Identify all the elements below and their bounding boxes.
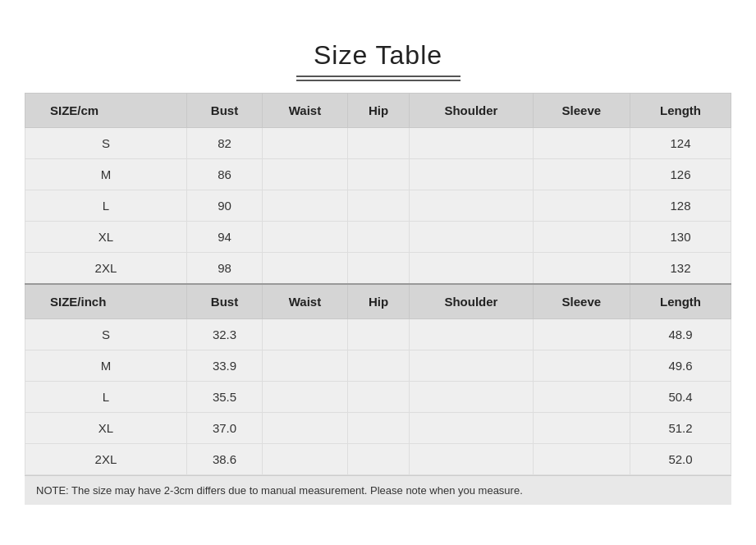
data-cell — [410, 413, 533, 444]
cm-col-length: Length — [630, 94, 731, 128]
cm-col-size: SIZE/cm — [25, 94, 187, 128]
size-cell: M — [25, 159, 187, 190]
title-section: Size Table — [25, 40, 731, 81]
underline-bar-2 — [296, 80, 460, 81]
data-cell — [263, 413, 348, 444]
data-cell — [410, 382, 533, 413]
data-cell: 128 — [630, 190, 731, 222]
data-cell: 52.0 — [630, 444, 731, 475]
data-cell — [533, 159, 630, 190]
data-cell — [533, 253, 630, 285]
inch-col-bust: Bust — [186, 284, 262, 319]
data-cell — [347, 159, 410, 190]
cm-col-sleeve: Sleeve — [533, 94, 630, 128]
data-cell — [347, 350, 410, 382]
data-cell: 38.6 — [186, 444, 262, 475]
data-cell — [347, 444, 410, 475]
size-cell: XL — [25, 413, 187, 444]
data-cell — [347, 253, 410, 285]
table-row: S82124 — [25, 128, 731, 159]
underline-bar-1 — [296, 76, 460, 77]
inch-header-row: SIZE/inch Bust Waist Hip Shoulder Sleeve… — [25, 284, 731, 319]
data-cell — [263, 444, 348, 475]
data-cell — [410, 253, 533, 285]
data-cell — [533, 190, 630, 222]
data-cell — [410, 159, 533, 190]
data-cell — [263, 253, 348, 285]
data-cell — [347, 413, 410, 444]
data-cell: 132 — [630, 253, 731, 285]
cm-table-body: S82124M86126L90128XL941302XL98132 — [25, 128, 731, 285]
data-cell — [533, 444, 630, 475]
data-cell — [263, 159, 348, 190]
data-cell — [533, 413, 630, 444]
data-cell: 82 — [186, 128, 262, 159]
data-cell — [410, 222, 533, 253]
data-cell — [410, 350, 533, 382]
data-cell — [533, 222, 630, 253]
size-cell: L — [25, 190, 187, 222]
table-row: M86126 — [25, 159, 731, 190]
inch-col-hip: Hip — [347, 284, 410, 319]
underline-decoration — [296, 76, 460, 81]
note-text: NOTE: The size may have 2-3cm differs du… — [36, 484, 523, 497]
table-row: L35.550.4 — [25, 382, 731, 413]
size-cell: M — [25, 350, 187, 382]
inch-col-sleeve: Sleeve — [533, 284, 630, 319]
size-table: SIZE/cm Bust Waist Hip Shoulder Sleeve L… — [25, 93, 731, 475]
data-cell: 126 — [630, 159, 731, 190]
data-cell — [263, 350, 348, 382]
title-underline — [25, 76, 731, 81]
data-cell — [347, 319, 410, 350]
size-cell: XL — [25, 222, 187, 253]
note-row: NOTE: The size may have 2-3cm differs du… — [25, 475, 731, 505]
cm-col-waist: Waist — [263, 94, 348, 128]
data-cell: 86 — [186, 159, 262, 190]
data-cell — [410, 128, 533, 159]
data-cell — [263, 190, 348, 222]
data-cell — [410, 190, 533, 222]
table-row: 2XL98132 — [25, 253, 731, 285]
data-cell: 49.6 — [630, 350, 731, 382]
data-cell — [263, 222, 348, 253]
size-cell: L — [25, 382, 187, 413]
data-cell — [533, 319, 630, 350]
data-cell: 98 — [186, 253, 262, 285]
table-row: XL37.051.2 — [25, 413, 731, 444]
data-cell — [410, 444, 533, 475]
inch-table-body: S32.348.9M33.949.6L35.550.4XL37.051.22XL… — [25, 319, 731, 475]
size-cell: 2XL — [25, 253, 187, 285]
cm-col-bust: Bust — [186, 94, 262, 128]
data-cell: 48.9 — [630, 319, 731, 350]
inch-col-size: SIZE/inch — [25, 284, 187, 319]
data-cell: 35.5 — [186, 382, 262, 413]
data-cell: 50.4 — [630, 382, 731, 413]
cm-header-row: SIZE/cm Bust Waist Hip Shoulder Sleeve L… — [25, 94, 731, 128]
data-cell — [533, 128, 630, 159]
data-cell — [410, 319, 533, 350]
data-cell — [263, 128, 348, 159]
inch-col-waist: Waist — [263, 284, 348, 319]
cm-col-shoulder: Shoulder — [410, 94, 533, 128]
table-row: 2XL38.652.0 — [25, 444, 731, 475]
data-cell — [347, 222, 410, 253]
data-cell — [533, 350, 630, 382]
data-cell: 33.9 — [186, 350, 262, 382]
data-cell: 124 — [630, 128, 731, 159]
table-row: L90128 — [25, 190, 731, 222]
data-cell — [347, 128, 410, 159]
data-cell — [263, 319, 348, 350]
table-row: S32.348.9 — [25, 319, 731, 350]
data-cell: 37.0 — [186, 413, 262, 444]
data-cell: 32.3 — [186, 319, 262, 350]
size-cell: 2XL — [25, 444, 187, 475]
inch-col-shoulder: Shoulder — [410, 284, 533, 319]
main-container: Size Table SIZE/cm Bust Waist Hip Should… — [0, 24, 756, 521]
inch-col-length: Length — [630, 284, 731, 319]
table-row: M33.949.6 — [25, 350, 731, 382]
data-cell: 90 — [186, 190, 262, 222]
size-cell: S — [25, 319, 187, 350]
table-row: XL94130 — [25, 222, 731, 253]
data-cell — [533, 382, 630, 413]
size-cell: S — [25, 128, 187, 159]
